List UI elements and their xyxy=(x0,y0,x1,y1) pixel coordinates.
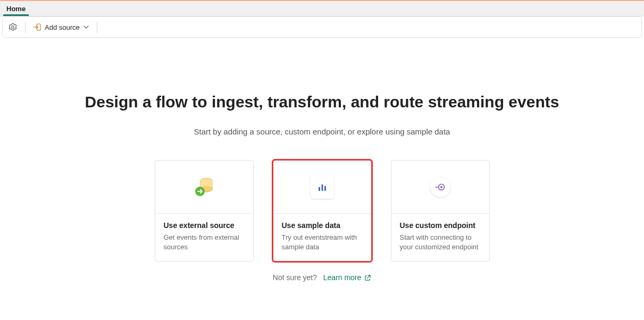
card-desc: Start with connecting to your customized… xyxy=(400,233,481,251)
add-source-icon xyxy=(33,23,41,31)
toolbar-divider xyxy=(25,21,26,33)
add-source-label: Add source xyxy=(45,23,80,31)
footer-help: Not sure yet? Learn more xyxy=(21,273,623,282)
card-title: Use custom endpoint xyxy=(400,221,481,230)
page-headline: Design a flow to ingest, transform, and … xyxy=(21,93,623,111)
card-desc: Try out eventstream with sample data xyxy=(282,233,363,251)
card-icon-zone xyxy=(273,161,371,214)
external-source-icon xyxy=(189,172,219,202)
tab-home[interactable]: Home xyxy=(0,1,32,16)
learn-more-link[interactable]: Learn more xyxy=(323,273,371,282)
main-content: Design a flow to ingest, transform, and … xyxy=(0,40,644,303)
add-source-button[interactable]: Add source xyxy=(28,17,95,37)
card-icon-zone xyxy=(155,161,253,214)
page-subhead: Start by adding a source, custom endpoin… xyxy=(21,127,623,136)
svg-rect-4 xyxy=(319,187,320,191)
footer-help-prefix: Not sure yet? xyxy=(273,273,317,282)
card-use-sample-data[interactable]: Use sample data Try out eventstream with… xyxy=(273,160,372,262)
card-icon-zone xyxy=(391,161,489,214)
card-body: Use external source Get events from exte… xyxy=(155,214,253,261)
learn-more-label: Learn more xyxy=(323,273,362,282)
sample-data-icon xyxy=(311,175,334,199)
card-desc: Get events from external sources xyxy=(164,233,245,251)
svg-point-8 xyxy=(440,186,442,188)
tab-label: Home xyxy=(6,5,26,13)
gear-icon xyxy=(8,22,18,32)
custom-endpoint-icon xyxy=(430,177,450,197)
card-title: Use external source xyxy=(164,221,245,230)
card-title: Use sample data xyxy=(282,221,363,230)
settings-button[interactable] xyxy=(3,17,23,37)
card-use-external-source[interactable]: Use external source Get events from exte… xyxy=(155,160,254,262)
option-cards-row: Use external source Get events from exte… xyxy=(21,160,623,262)
toolbar-divider xyxy=(97,21,97,33)
chevron-down-icon xyxy=(83,24,89,30)
ribbon-tabs: Home xyxy=(0,1,644,16)
toolbar: Add source xyxy=(2,16,642,38)
svg-rect-6 xyxy=(324,186,326,191)
card-body: Use custom endpoint Start with connectin… xyxy=(391,214,489,261)
card-body: Use sample data Try out eventstream with… xyxy=(273,214,371,261)
svg-rect-5 xyxy=(321,184,323,191)
card-use-custom-endpoint[interactable]: Use custom endpoint Start with connectin… xyxy=(391,160,490,262)
external-link-icon xyxy=(364,274,371,281)
